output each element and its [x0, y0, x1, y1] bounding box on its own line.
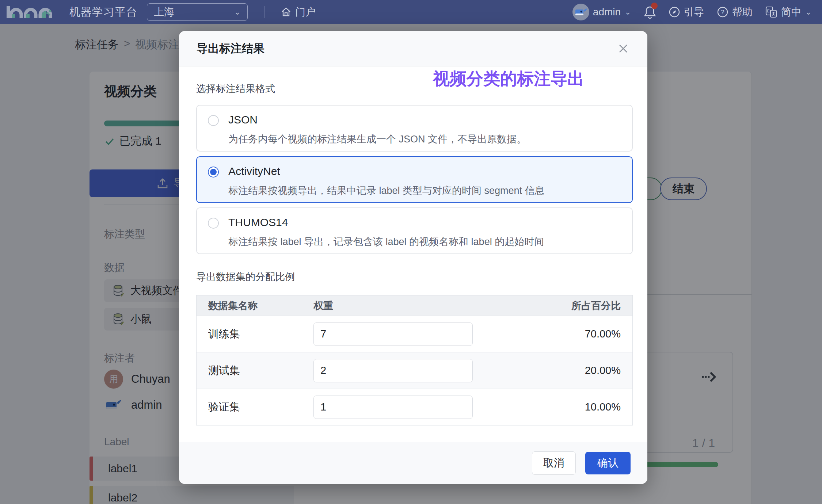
percent-value: 70.00%	[529, 328, 632, 340]
username: admin	[593, 6, 621, 18]
table-row: 训练集 70.00%	[197, 316, 632, 352]
option-title: JSON	[228, 114, 526, 126]
dialog-footer: 取消 确认	[179, 442, 647, 484]
user-menu[interactable]: admin ⌄	[572, 4, 631, 20]
table-row: 测试集 20.00%	[197, 352, 632, 389]
portal-label: 门户	[295, 5, 316, 19]
format-section-label: 选择标注结果格式	[196, 82, 275, 95]
portal-link[interactable]: 门户	[281, 5, 316, 19]
option-title: THUMOS14	[228, 216, 544, 229]
dialog-title: 导出标注结果	[197, 41, 265, 56]
radio-unselected-icon[interactable]	[208, 115, 219, 126]
chevron-down-icon: ⌄	[624, 7, 631, 17]
top-navbar: 机器学习平台 上海 ⌄ 门户	[0, 0, 822, 24]
column-header: 数据集名称	[197, 299, 313, 312]
confirm-button[interactable]: 确认	[585, 452, 631, 474]
weight-input[interactable]	[313, 322, 473, 346]
format-option-json[interactable]: JSON 为任务内每个视频的标注结果生成一个 JSON 文件，不导出原数据。	[196, 105, 633, 152]
weight-input[interactable]	[313, 359, 473, 382]
option-description: 标注结果按视频导出，结果中记录 label 类型与对应的时间 segment 信…	[228, 184, 545, 197]
help-button[interactable]: ? 帮助	[717, 5, 753, 19]
help-icon: ?	[717, 6, 728, 18]
nav-divider	[264, 6, 265, 18]
dataset-name: 测试集	[197, 363, 313, 378]
help-label: 帮助	[732, 5, 753, 19]
language-label: 简中	[781, 5, 802, 19]
translate-icon: En	[765, 6, 777, 18]
format-option-thumos14[interactable]: THUMOS14 标注结果按 label 导出，记录包含该 label 的视频名…	[196, 207, 633, 254]
user-avatar	[572, 4, 589, 20]
screen: 机器学习平台 上海 ⌄ 门户	[0, 0, 822, 504]
chevron-down-icon: ⌄	[805, 7, 812, 17]
annotation-note: 视频分类的标注导出	[433, 68, 584, 90]
option-description: 为任务内每个视频的标注结果生成一个 JSON 文件，不导出原数据。	[228, 133, 526, 146]
compass-icon	[669, 6, 680, 18]
region-select-value: 上海	[154, 5, 174, 19]
notification-badge	[651, 3, 658, 9]
dialog-header: 导出标注结果	[179, 31, 647, 66]
cancel-button[interactable]: 取消	[532, 451, 576, 475]
svg-text:?: ?	[721, 9, 724, 16]
export-dialog: 导出标注结果 选择标注结果格式 视频分类的标注导出 JSON 为任务内每个视频的…	[179, 31, 647, 484]
brand-logo-icon	[5, 3, 60, 21]
language-switcher[interactable]: En 简中 ⌄	[765, 5, 812, 19]
region-select[interactable]: 上海 ⌄	[147, 3, 248, 21]
column-header: 所占百分比	[529, 299, 632, 312]
table-row: 验证集 10.00%	[197, 389, 632, 425]
dataset-name: 训练集	[197, 327, 313, 341]
guide-button[interactable]: 引导	[669, 5, 704, 19]
option-description: 标注结果按 label 导出，记录包含该 label 的视频名称和 label …	[228, 235, 544, 248]
chevron-down-icon: ⌄	[234, 7, 241, 17]
dataset-name: 验证集	[197, 400, 313, 415]
home-icon	[281, 7, 292, 18]
ratio-section-label: 导出数据集的分配比例	[196, 270, 295, 283]
notifications-button[interactable]	[644, 5, 656, 19]
weight-input[interactable]	[313, 396, 473, 419]
option-title: ActivityNet	[228, 165, 545, 177]
percent-value: 10.00%	[529, 401, 632, 413]
format-option-activitynet[interactable]: ActivityNet 标注结果按视频导出，结果中记录 label 类型与对应的…	[196, 156, 633, 203]
radio-unselected-icon[interactable]	[208, 218, 219, 229]
product-title: 机器学习平台	[69, 5, 137, 20]
percent-value: 20.00%	[529, 364, 632, 377]
split-ratio-table: 数据集名称 权重 所占百分比 训练集 70.00% 测试集 20.00% 验证集…	[196, 295, 633, 425]
radio-selected-icon[interactable]	[208, 167, 219, 177]
column-header: 权重	[313, 299, 529, 312]
table-header-row: 数据集名称 权重 所占百分比	[197, 295, 632, 316]
guide-label: 引导	[684, 5, 704, 19]
close-icon[interactable]	[617, 42, 630, 55]
